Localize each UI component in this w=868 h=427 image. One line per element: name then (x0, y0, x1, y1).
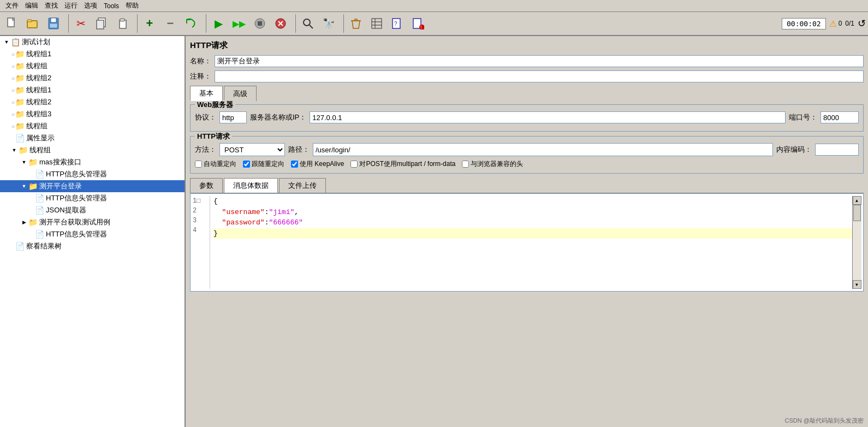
encoding-label: 内容编码： (776, 145, 812, 155)
run-button[interactable]: ▶ (209, 14, 228, 33)
auto-redirect-check[interactable] (195, 161, 202, 168)
port-input[interactable] (821, 111, 859, 123)
binoculars-button[interactable]: 🔭 (319, 14, 338, 33)
run-all-button[interactable]: ▶▶ (229, 14, 249, 33)
toolbar-sep-3 (203, 14, 206, 33)
comment-input[interactable] (215, 70, 864, 82)
follow-redirect-check[interactable] (243, 161, 250, 168)
menu-file[interactable]: 文件 (2, 1, 22, 11)
help-button[interactable]: ? (388, 14, 407, 33)
menu-find[interactable]: 查找 (41, 1, 61, 11)
tree-item-1b[interactable]: ○ 📁 线程组 (0, 60, 185, 72)
list-button[interactable] (367, 14, 387, 33)
scrollbar-up[interactable]: ▲ (853, 196, 861, 205)
save-button[interactable] (44, 14, 63, 33)
tree-item-attr[interactable]: 📄 属性显示 (0, 132, 185, 144)
tab-params[interactable]: 参数 (190, 178, 223, 193)
tree-expand-main[interactable]: ▼ (10, 146, 19, 155)
menu-run[interactable]: 运行 (61, 1, 81, 11)
tree-item-http3[interactable]: 📄 HTTP信息头管理器 (0, 228, 185, 240)
browser-compat-checkbox[interactable]: 与浏览器兼容的头 (462, 159, 523, 169)
tree-item-3[interactable]: ○ 📁 线程组3 (0, 108, 185, 120)
scrollbar-track (853, 205, 861, 280)
encoding-input[interactable] (815, 144, 859, 156)
tab-body[interactable]: 消息体数据 (224, 178, 278, 193)
server-input[interactable] (310, 111, 786, 123)
menu-help[interactable]: 帮助 (122, 1, 142, 11)
reset-button[interactable] (181, 14, 201, 33)
brace-open: { (213, 196, 218, 207)
menu-options[interactable]: 选项 (81, 1, 100, 11)
line2-content: "username":"jimi", (213, 207, 299, 218)
folder-icon-main: 📁 (19, 146, 28, 155)
path-input[interactable] (313, 143, 773, 156)
folder-icon: 📁 (15, 50, 25, 58)
menu-edit[interactable]: 编辑 (22, 1, 41, 11)
tree-label-1c: 线程组1 (26, 85, 51, 95)
folder-icon-4: 📁 (15, 86, 25, 94)
file-icon-3: 📄 (35, 194, 44, 203)
open-button[interactable] (23, 14, 43, 33)
stop-button[interactable] (250, 14, 270, 33)
tree-item-http1[interactable]: 📄 HTTP信息头管理器 (0, 168, 185, 180)
warning-badge: ⚠ 0 (829, 19, 842, 29)
auto-redirect-checkbox[interactable]: 自动重定向 (195, 159, 236, 169)
server-label: 服务器名称或IP： (250, 112, 306, 122)
tree-expand-login[interactable]: ▼ (20, 182, 28, 191)
cut-button[interactable]: ✂ (71, 14, 91, 33)
add-button[interactable]: + (140, 14, 159, 33)
multipart-check[interactable] (350, 161, 358, 168)
tab-basic[interactable]: 基本 (190, 86, 223, 101)
refresh-button[interactable]: ↺ (858, 17, 866, 29)
method-select[interactable]: POST GET PUT DELETE (219, 143, 285, 156)
toolbar-sep-4 (293, 14, 296, 33)
tree-label-http3: HTTP信息头管理器 (46, 229, 107, 239)
code-editor: 1□ 2 3 4 { "username":"jimi", "password"… (190, 193, 864, 292)
new-button[interactable] (2, 14, 22, 33)
timer-display: 00:00:02 (782, 18, 826, 29)
tab-advanced[interactable]: 高级 (224, 86, 257, 101)
keepalive-checkbox[interactable]: 使用 KeepAlive (291, 159, 344, 169)
tree-expand-gettest[interactable]: ▶ (20, 218, 28, 227)
search1-button[interactable] (298, 14, 318, 33)
tab-files[interactable]: 文件上传 (279, 178, 326, 193)
menu-tools[interactable]: Tools (100, 2, 122, 10)
clear-button[interactable] (346, 14, 366, 33)
protocol-input[interactable] (219, 111, 247, 123)
tree-item-2b[interactable]: ○ 📁 线程组2 (0, 96, 185, 108)
tree-item-1a[interactable]: ○ 📁 线程组1 (0, 48, 185, 60)
tree-item-login[interactable]: ▼ 📁 测开平台登录 (0, 180, 185, 192)
svg-rect-5 (50, 23, 57, 28)
multipart-checkbox[interactable]: 对POST使用multipart / form-data (350, 159, 455, 169)
tree-item-json[interactable]: 📄 JSON提取器 (0, 204, 185, 216)
tree-item-x[interactable]: ○ 📁 线程组 (0, 120, 185, 132)
tree-expand-test-plan[interactable]: ▼ (2, 38, 11, 46)
tree-expand-mas[interactable]: ▼ (20, 158, 28, 167)
code-line-1: { (213, 196, 852, 207)
right-panel: HTTP请求 名称： 注释： 基本 高级 Web服务器 协议 (186, 36, 868, 427)
remove-button[interactable]: − (160, 14, 180, 33)
tree-item-mas[interactable]: ▼ 📁 mas搜索接口 (0, 156, 185, 168)
tree-item-1c[interactable]: ○ 📁 线程组1 (0, 84, 185, 96)
scrollbar-thumb[interactable] (853, 205, 861, 221)
close-button[interactable] (271, 14, 290, 33)
watermark: CSDN @敲代码敲到头发茂密 (785, 417, 864, 425)
tree-item-test-plan[interactable]: ▼ 📋 测试计划 (0, 36, 185, 48)
tree-item-http2[interactable]: 📄 HTTP信息头管理器 (0, 192, 185, 204)
tree-item-result[interactable]: 📄 察看结果树 (0, 240, 185, 252)
tree-item-main[interactable]: ▼ 📁 线程组 (0, 144, 185, 156)
tree-item-2a[interactable]: ○ 📁 线程组2 (0, 72, 185, 84)
code-content[interactable]: { "username":"jimi", "password":"666666"… (213, 196, 852, 289)
follow-redirect-checkbox[interactable]: 跟随重定向 (243, 159, 284, 169)
folder-icon-2: 📁 (15, 62, 25, 70)
tree-label-3: 线程组3 (26, 109, 51, 119)
tree-item-gettest[interactable]: ▶ 📁 测开平台获取测试用例 (0, 216, 185, 228)
keepalive-check[interactable] (291, 161, 298, 168)
scrollbar-down[interactable]: ▼ (853, 280, 861, 289)
copy-button[interactable] (92, 14, 111, 33)
paste-button[interactable] (112, 14, 132, 33)
browser-compat-check[interactable] (462, 161, 469, 168)
name-input[interactable] (215, 55, 864, 67)
config2-button[interactable]: ! (408, 14, 428, 33)
code-scrollbar[interactable]: ▲ ▼ (852, 196, 861, 289)
